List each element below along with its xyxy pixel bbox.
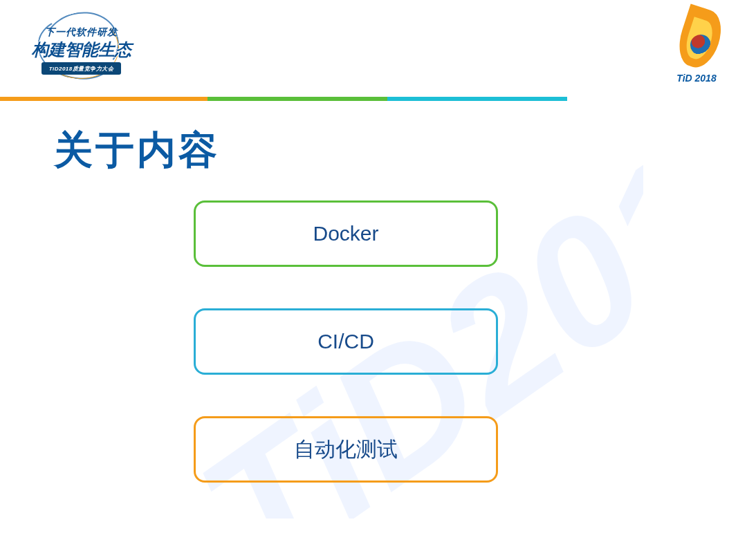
logo-band-text: TiD2018质量竞争力大会 bbox=[49, 65, 114, 73]
logo-band: TiD2018质量竞争力大会 bbox=[42, 62, 121, 75]
logo-right-label: TiD 2018 bbox=[665, 73, 728, 84]
topic-box-autotest: 自动化测试 bbox=[194, 416, 498, 483]
logo-line1: 下一代软件研发 bbox=[21, 26, 142, 39]
slide: 下一代软件研发 构建智能生态 TiD2018质量竞争力大会 TiD 2018 T… bbox=[0, 0, 747, 560]
topic-box-label: Docker bbox=[313, 222, 378, 245]
flame-icon bbox=[672, 8, 721, 69]
page-title: 关于内容 bbox=[54, 124, 220, 177]
accent-stripe bbox=[0, 97, 747, 101]
topic-box-label: CI/CD bbox=[317, 330, 374, 353]
topic-box-docker: Docker bbox=[194, 200, 498, 267]
conference-logo-right: TiD 2018 bbox=[665, 8, 728, 88]
logo-line2: 构建智能生态 bbox=[21, 39, 142, 61]
topic-boxes: Docker CI/CD 自动化测试 bbox=[194, 200, 498, 483]
topic-box-cicd: CI/CD bbox=[194, 308, 498, 375]
topic-box-label: 自动化测试 bbox=[294, 436, 398, 464]
conference-logo-left: 下一代软件研发 构建智能生态 TiD2018质量竞争力大会 bbox=[21, 8, 142, 88]
